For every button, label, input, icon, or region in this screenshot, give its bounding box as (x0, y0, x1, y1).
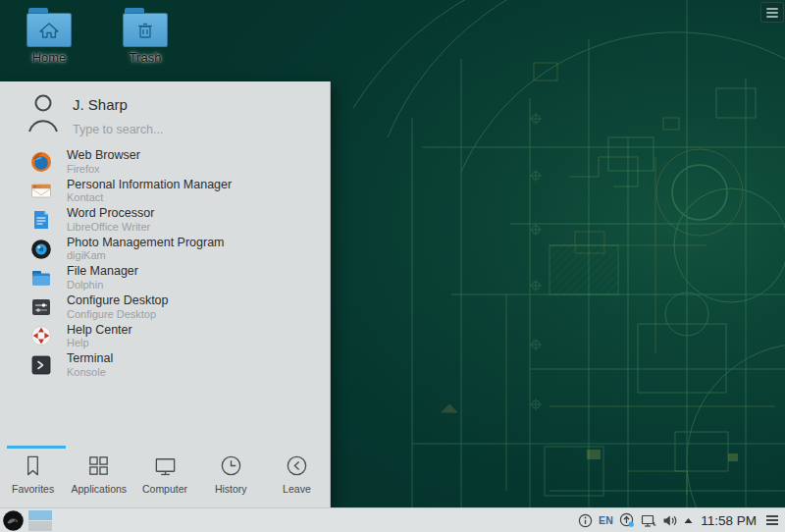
app-item-photo-management[interactable]: Photo Management Program digiKam (0, 235, 330, 264)
pager-desktop-1-active[interactable] (28, 510, 52, 520)
search-input[interactable]: Type to search... (73, 123, 163, 136)
home-folder-icon (26, 8, 72, 47)
kontact-mail-icon (30, 180, 52, 201)
pager-desktop-2[interactable] (28, 521, 52, 531)
app-item-terminal[interactable]: Terminal Konsole (0, 350, 330, 380)
house-glyph-icon (38, 22, 60, 39)
digikam-camera-icon (30, 239, 52, 260)
desktop-toolbox-button[interactable] (760, 2, 784, 23)
virtual-desktop-pager[interactable] (28, 510, 52, 531)
app-item-web-browser[interactable]: Web Browser Firefox (0, 147, 330, 177)
app-title: Web Browser (67, 149, 140, 163)
system-tray: EN (578, 512, 785, 528)
tab-label: Leave (283, 483, 311, 495)
keyboard-layout-indicator[interactable]: EN (599, 514, 613, 526)
app-item-pim[interactable]: Personal Information Manager Kontact (0, 177, 330, 206)
tab-label: Favorites (12, 483, 54, 495)
app-subtitle: Kontact (67, 191, 232, 203)
history-clock-icon (219, 453, 243, 478)
tab-favorites[interactable]: Favorites (0, 453, 66, 495)
desktop-icon-trash[interactable]: Trash (103, 8, 187, 65)
tab-label: Computer (142, 483, 187, 495)
app-subtitle: digiKam (67, 249, 225, 261)
hamburger-icon (766, 8, 778, 10)
desktop-icon-label: Trash (103, 50, 187, 65)
terminal-icon (30, 354, 52, 376)
trash-glyph-icon (135, 22, 155, 39)
bookmark-icon (21, 453, 45, 478)
app-subtitle: Dolphin (67, 279, 138, 291)
leave-icon (285, 453, 309, 478)
desktop-icon-label: Home (7, 50, 91, 65)
updates-icon[interactable] (619, 512, 635, 528)
favorites-app-list: Web Browser Firefox Personal Information… (0, 147, 330, 380)
active-tab-indicator (7, 446, 66, 449)
app-subtitle: Konsole (67, 366, 113, 378)
user-name: J. Sharp (73, 96, 128, 113)
tray-expander-button[interactable] (684, 517, 693, 524)
tab-label: History (215, 483, 247, 495)
apps-grid-icon (86, 453, 111, 478)
app-subtitle: Firefox (67, 163, 140, 175)
app-title: Photo Management Program (67, 237, 225, 250)
hamburger-icon (766, 515, 778, 517)
notifications-icon[interactable] (578, 513, 593, 528)
taskbar-panel: EN (0, 507, 785, 532)
dolphin-folder-icon (30, 267, 52, 289)
app-title: File Manager (67, 265, 138, 279)
panel-menu-button[interactable] (764, 513, 780, 527)
tab-computer[interactable]: Computer (131, 453, 197, 495)
app-item-file-manager[interactable]: File Manager Dolphin (0, 263, 330, 293)
app-item-word-processor[interactable]: Word Processor LibreOffice Writer (0, 205, 330, 235)
application-launcher-popup: J. Sharp Type to search... Web Browser F… (0, 81, 331, 507)
app-subtitle: Configure Desktop (67, 308, 169, 320)
tab-applications[interactable]: Applications (66, 453, 131, 495)
app-item-configure-desktop[interactable]: Configure Desktop Configure Desktop (0, 293, 330, 322)
app-title: Word Processor (67, 207, 154, 221)
volume-icon[interactable] (662, 513, 678, 528)
writer-document-icon (30, 209, 52, 231)
tab-history[interactable]: History (198, 453, 264, 495)
application-launcher-button[interactable] (3, 510, 24, 531)
app-subtitle: Help (67, 337, 132, 348)
app-title: Personal Information Manager (67, 179, 232, 192)
desktop-icon-home[interactable]: Home (7, 8, 91, 65)
app-item-help-center[interactable]: Help Center Help (0, 322, 330, 351)
launcher-tab-bar: Favorites Applications (0, 446, 330, 507)
user-avatar-icon[interactable] (26, 92, 60, 133)
tab-leave[interactable]: Leave (264, 453, 330, 495)
firefox-icon (30, 151, 52, 173)
network-icon[interactable] (641, 513, 656, 528)
settings-sliders-icon (30, 296, 52, 318)
help-lifering-icon (30, 325, 52, 346)
digital-clock[interactable]: 11:58 PM (701, 513, 757, 528)
app-title: Terminal (67, 352, 113, 366)
computer-icon (153, 453, 178, 478)
app-subtitle: LibreOffice Writer (67, 221, 154, 233)
app-title: Configure Desktop (67, 294, 169, 308)
tab-label: Applications (71, 483, 127, 495)
trash-folder-icon (123, 8, 168, 47)
up-triangle-icon (684, 517, 693, 524)
app-title: Help Center (67, 324, 132, 338)
